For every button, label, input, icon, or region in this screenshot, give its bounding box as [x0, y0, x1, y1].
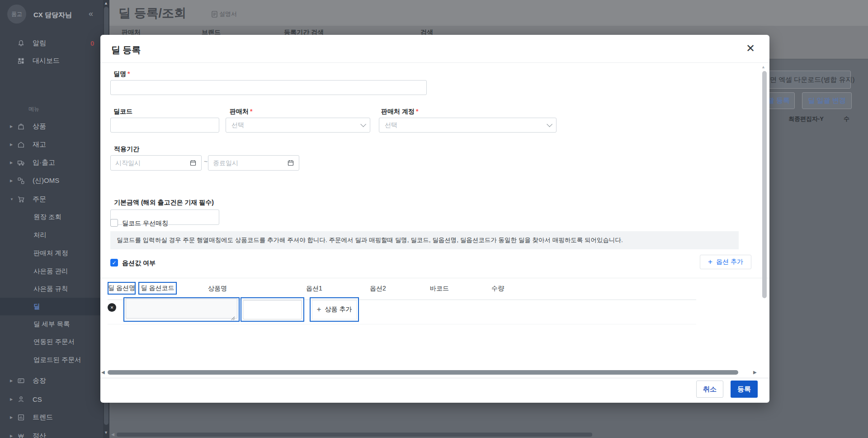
scroll-left-arrow-icon[interactable]: ◀	[111, 432, 114, 437]
sidebar-collapse-icon[interactable]: «	[89, 9, 93, 19]
scroll-right-arrow-icon[interactable]: ▶	[753, 370, 757, 375]
sidebar-subitem-ledger[interactable]: 원장 조회	[0, 208, 103, 226]
deal-code-input[interactable]	[110, 118, 219, 133]
deal-option-code-header-highlight: 딜 옵션코드	[138, 282, 177, 295]
invoice-icon	[17, 377, 25, 385]
sidebar-item-oms[interactable]: ▶ (신)OMS	[0, 172, 103, 190]
sidebar-item-label: (신)OMS	[33, 176, 59, 185]
sidebar-subitem-processing[interactable]: 처리	[0, 226, 103, 244]
sidebar-item-label: 알림	[33, 39, 46, 48]
modal-footer-divider	[100, 378, 769, 378]
sidebar-subitem-gift-management[interactable]: 사은품 관리	[0, 262, 103, 280]
submit-button[interactable]: 등록	[731, 381, 758, 398]
sidebar-item-inventory[interactable]: ▶ 재고	[0, 136, 103, 153]
scroll-up-arrow-icon[interactable]: ▲	[761, 65, 765, 69]
deal-option-name-highlight	[123, 297, 240, 322]
option-value-checkbox[interactable]: ✓	[110, 259, 118, 267]
close-icon[interactable]: ✕	[744, 40, 757, 57]
sidebar-subitem-uploaded-orders[interactable]: 업로드된 주문서	[0, 351, 103, 369]
period-start-input[interactable]	[110, 155, 202, 171]
option-add-label: 옵션 추가	[716, 258, 743, 266]
sidebar-item-label: CS	[33, 395, 42, 403]
user-name: CX 담당자님	[33, 11, 72, 19]
product-add-button[interactable]: + 상품 추가	[312, 300, 357, 319]
sidebar-subitem-deal-detail-list[interactable]: 딜 세부 목록	[0, 315, 103, 333]
deal-name-input[interactable]	[110, 80, 427, 95]
modal-horizontal-scrollbar-thumb[interactable]	[108, 370, 738, 375]
period-end-input[interactable]	[208, 155, 299, 171]
deal-code-label: 딜코드	[113, 108, 132, 116]
sidebar-item-invoice[interactable]: ▶ 송장	[0, 372, 103, 390]
sidebar-item-orders[interactable]: ▼ 주문	[0, 190, 103, 208]
sidebar-subitem-vendor-accounts[interactable]: 판매처 계정	[0, 244, 103, 262]
required-asterisk: *	[127, 70, 130, 77]
sidebar-item-label: 상품	[33, 122, 46, 131]
sidebar-item-label: 재고	[33, 140, 46, 149]
sidebar-item-inbound-outbound[interactable]: ▶ 입·출고	[0, 154, 103, 171]
screen: 품고 CX 담당자님 « 알림 0 대시보드 메뉴 ▶ 상품 ▶ 재고 ▶ 입·…	[0, 0, 868, 438]
check-icon: ✓	[112, 260, 116, 266]
column-header: 상품명	[208, 285, 227, 293]
sidebar-item-products[interactable]: ▶ 상품	[0, 118, 103, 135]
deal-name-label: 딜명*	[113, 70, 130, 78]
cancel-button[interactable]: 취소	[696, 381, 723, 398]
menu-section-label: 메뉴	[28, 105, 39, 113]
sidebar-item-settlement[interactable]: ▶ ₩ 정산	[0, 427, 103, 438]
won-icon: ₩	[17, 432, 25, 438]
sidebar-item-trend[interactable]: ▶ 트렌드	[0, 409, 103, 426]
deal-code-info-text: 딜코드를 입력하실 경우 주문 행열매칭에도 상품코드를 추가해 주셔야 합니다…	[110, 231, 739, 249]
cart-icon	[17, 195, 25, 203]
product-add-label: 상품 추가	[325, 305, 352, 314]
bell-icon	[17, 39, 25, 47]
period-separator: ~	[204, 158, 208, 165]
deal-option-code-input[interactable]	[243, 300, 302, 319]
column-header: 딜 옵션코드	[141, 284, 175, 292]
caret-right-icon: ▶	[10, 143, 13, 147]
sidebar-item-label: 대시보드	[33, 57, 60, 65]
vendor-select-placeholder: 선택	[231, 121, 360, 129]
caret-right-icon: ▶	[10, 124, 13, 129]
caret-right-icon: ▶	[10, 415, 13, 419]
caret-right-icon: ▶	[10, 434, 13, 438]
base-amount-label: 기본금액 (해외 출고건은 기재 필수)	[114, 199, 214, 207]
deal-option-name-header-highlight: 딜 옵션명	[108, 282, 136, 295]
sidebar-item-label: 트렌드	[33, 413, 53, 422]
sidebar-subitem-deal[interactable]: 딜	[0, 298, 103, 315]
vendor-account-select[interactable]: 선택	[379, 118, 557, 133]
scroll-down-arrow-icon[interactable]: ▼	[104, 430, 108, 435]
scroll-left-arrow-icon[interactable]: ◀	[101, 370, 105, 375]
modal-vertical-scrollbar-thumb[interactable]	[762, 71, 767, 298]
sidebar-subitem-linked-orders[interactable]: 연동된 주문서	[0, 333, 103, 351]
sidebar-subitem-gift-rules[interactable]: 사은품 규칙	[0, 280, 103, 298]
warehouse-icon	[17, 141, 25, 148]
logo-badge[interactable]: 품고	[7, 5, 26, 24]
bag-icon	[17, 123, 25, 130]
product-add-highlight: + 상품 추가	[310, 297, 359, 322]
sidebar-item-dashboard[interactable]: 대시보드	[0, 52, 103, 70]
row-delete-button[interactable]: ✕	[108, 303, 116, 312]
scroll-up-arrow-icon[interactable]: ▲	[104, 1, 108, 5]
sidebar-item-notifications[interactable]: 알림 0	[0, 34, 103, 52]
oms-link-icon	[17, 177, 25, 185]
vendor-account-label: 판매처 계정*	[381, 108, 418, 116]
vendor-select[interactable]: 선택	[226, 118, 370, 133]
chevron-down-icon	[547, 121, 552, 127]
plus-icon: +	[708, 257, 712, 267]
table-row-underline	[108, 324, 696, 324]
option-add-button[interactable]: + 옵션 추가	[700, 255, 751, 269]
main-horizontal-scrollbar-thumb[interactable]	[117, 433, 592, 437]
deal-code-priority-checkbox[interactable]	[110, 219, 118, 227]
truck-icon	[17, 159, 25, 167]
logo-text: 품고	[11, 10, 22, 18]
options-section-divider	[100, 278, 769, 278]
manual-link[interactable]: 설명서	[212, 10, 237, 18]
deal-bulk-change-button[interactable]: 딜 일괄 변경	[802, 92, 852, 109]
sidebar-item-cs[interactable]: ▶ CS	[0, 390, 103, 408]
column-header: 바코드	[430, 285, 449, 293]
deal-code-priority-label: 딜코드 우선매칭	[122, 219, 168, 228]
deal-option-name-textarea[interactable]	[126, 299, 237, 319]
close-icon: ✕	[110, 305, 114, 310]
sidebar-item-label: 정산	[33, 432, 46, 438]
partial-column-label: 수	[844, 115, 849, 123]
option-value-label: 옵션값 여부	[122, 259, 156, 267]
